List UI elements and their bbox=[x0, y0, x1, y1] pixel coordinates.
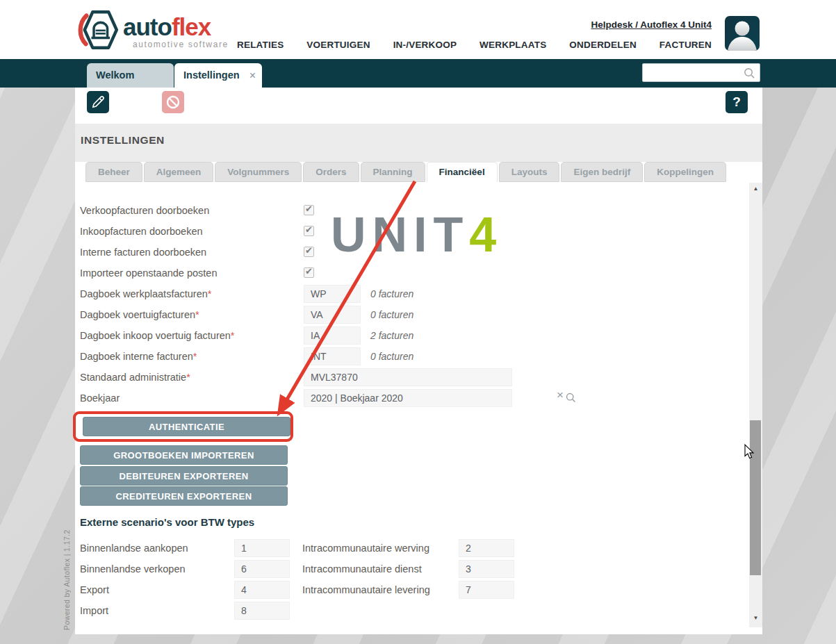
input-binnenlandse-verkopen[interactable]: 6 bbox=[234, 560, 290, 578]
global-search bbox=[642, 63, 760, 82]
check-icon: ✔ bbox=[305, 245, 313, 256]
account-link[interactable]: Helpdesk / Autoflex 4 Unit4 bbox=[591, 19, 712, 30]
check-icon: ✔ bbox=[305, 204, 313, 214]
vertical-scrollbar: ▲ ▼ bbox=[749, 183, 762, 627]
form-row: Dagboek inkoop voertuig facturen* IA 2 f… bbox=[75, 325, 749, 346]
invoice-count-note: 2 facturen bbox=[370, 325, 413, 346]
field-label: Intracommunautaire dienst bbox=[302, 559, 422, 579]
nav-werkplaats[interactable]: WERKPLAATS bbox=[480, 40, 546, 50]
nav-voertuigen[interactable]: VOERTUIGEN bbox=[306, 40, 370, 50]
checkbox-verkoopfacturen[interactable]: ✔ bbox=[304, 205, 314, 215]
debiteuren-exporteren-button[interactable]: DEBITEUREN EXPORTEREN bbox=[80, 466, 288, 486]
input-dagboek-interne[interactable]: INT bbox=[304, 347, 361, 365]
form-row: Boekjaar 2020 | Boekjaar 2020 × bbox=[75, 388, 749, 408]
content-panel: ? INSTELLINGEN Beheer Algemeen Volgnumme… bbox=[75, 88, 762, 634]
search-input[interactable] bbox=[647, 65, 741, 81]
field-label: Boekjaar bbox=[80, 388, 120, 408]
required-asterisk: * bbox=[186, 372, 190, 383]
settings-tabs: Beheer Algemeen Volgnummers Orders Plann… bbox=[85, 162, 726, 182]
invoice-count-note: 0 facturen bbox=[370, 283, 413, 304]
input-intracommunautaire-werving[interactable]: 2 bbox=[459, 539, 514, 557]
input-standaard-administratie[interactable]: MVL37870 bbox=[304, 368, 512, 386]
settings-tab-koppelingen[interactable]: Koppelingen bbox=[644, 162, 726, 182]
input-binnenlandse-aankopen[interactable]: 1 bbox=[234, 539, 290, 557]
field-label: Intracommunautaire werving bbox=[302, 538, 429, 559]
required-asterisk: * bbox=[208, 288, 212, 299]
input-intracommunautaire-levering[interactable]: 7 bbox=[459, 581, 514, 599]
field-label: Dagboek voertuigfacturen bbox=[80, 309, 195, 320]
form-row: Import 8 bbox=[75, 600, 749, 621]
autoflex-hexagon-icon bbox=[78, 8, 121, 51]
field-label: Verkoopfacturen doorboeken bbox=[80, 200, 209, 221]
form-row: Dagboek voertuigfacturen* VA 0 facturen bbox=[75, 304, 749, 325]
search-icon[interactable] bbox=[743, 67, 756, 80]
settings-tab-orders[interactable]: Orders bbox=[303, 162, 359, 182]
field-label: Import bbox=[80, 600, 108, 621]
settings-tab-financieel[interactable]: Financiëel bbox=[427, 162, 498, 182]
grootboeken-importeren-button[interactable]: GROOTBOEKEN IMPORTEREN bbox=[80, 445, 288, 465]
nav-relaties[interactable]: RELATIES bbox=[237, 40, 284, 50]
clear-icon[interactable]: × bbox=[557, 388, 564, 402]
checkbox-inkoopfacturen[interactable]: ✔ bbox=[304, 226, 314, 236]
settings-tab-layouts[interactable]: Layouts bbox=[499, 162, 560, 182]
window-tab-welkom[interactable]: Welkom bbox=[87, 63, 174, 88]
input-dagboek-voertuig[interactable]: VA bbox=[304, 306, 361, 324]
nav-in-verkoop[interactable]: IN-/VERKOOP bbox=[393, 40, 457, 50]
required-asterisk: * bbox=[193, 351, 197, 362]
edit-button[interactable] bbox=[87, 91, 109, 113]
settings-tab-eigen-bedrijf[interactable]: Eigen bedrijf bbox=[561, 162, 643, 182]
field-label: Standaard administratie bbox=[80, 372, 186, 383]
title-strip: INSTELLINGEN bbox=[75, 124, 762, 162]
field-label: Intracommunautaire levering bbox=[302, 579, 430, 600]
settings-tab-algemeen[interactable]: Algemeen bbox=[144, 162, 214, 182]
window-tab-instellingen[interactable]: Instellingen × bbox=[174, 63, 262, 88]
brand-name: autoflex bbox=[123, 15, 229, 39]
user-silhouette-icon bbox=[725, 16, 760, 51]
field-label: Inkoopfacturen doorboeken bbox=[80, 221, 203, 242]
form-row: Importeer openstaande posten ✔ bbox=[75, 263, 749, 283]
input-dagboek-inkoop-voertuig[interactable]: IA bbox=[304, 327, 361, 345]
input-import[interactable]: 8 bbox=[234, 602, 290, 620]
settings-tab-beheer[interactable]: Beheer bbox=[85, 162, 142, 182]
field-label: Binnenlandse verkopen bbox=[80, 559, 186, 579]
btw-section-heading: Externe scenario's voor BTW types bbox=[80, 516, 254, 528]
avatar[interactable] bbox=[725, 16, 760, 51]
required-asterisk: * bbox=[195, 309, 199, 320]
form-row: Dagboek werkplaatsfacturen* WP 0 facture… bbox=[75, 283, 749, 304]
nav-facturen[interactable]: FACTUREN bbox=[659, 40, 712, 50]
check-icon: ✔ bbox=[305, 224, 313, 235]
close-tab-icon[interactable]: × bbox=[249, 63, 256, 88]
crediteuren-exporteren-button[interactable]: CREDITEUREN EXPORTEREN bbox=[80, 486, 288, 506]
prohibition-icon bbox=[165, 94, 181, 110]
checkbox-openstaande-posten[interactable]: ✔ bbox=[304, 267, 314, 278]
scroll-down-arrow-icon[interactable]: ▼ bbox=[749, 613, 762, 623]
input-export[interactable]: 4 bbox=[234, 581, 290, 599]
settings-tab-planning[interactable]: Planning bbox=[361, 162, 425, 182]
help-button[interactable]: ? bbox=[726, 91, 748, 113]
scrollbar-thumb[interactable] bbox=[750, 420, 761, 575]
page-title: INSTELLINGEN bbox=[81, 134, 165, 147]
field-label: Dagboek interne facturen bbox=[80, 351, 193, 362]
invoice-count-note: 0 facturen bbox=[370, 304, 413, 325]
authenticatie-button[interactable]: AUTHENTICATIE bbox=[83, 417, 290, 436]
field-label: Binnenlandse aankopen bbox=[80, 538, 188, 559]
cancel-button[interactable] bbox=[162, 91, 184, 113]
scroll-up-arrow-icon[interactable]: ▲ bbox=[749, 184, 762, 194]
invoice-count-note: 0 facturen bbox=[370, 346, 413, 367]
input-boekjaar[interactable]: 2020 | Boekjaar 2020 bbox=[304, 389, 512, 407]
input-dagboek-werkplaats[interactable]: WP bbox=[304, 285, 361, 303]
form-row: Binnenlandse aankopen 1 Intracommunautai… bbox=[75, 538, 749, 559]
checkbox-interne-facturen[interactable]: ✔ bbox=[304, 247, 314, 257]
field-label: Export bbox=[80, 579, 109, 600]
input-intracommunautaire-dienst[interactable]: 3 bbox=[459, 560, 514, 578]
unit4-logo: UNIT4 bbox=[331, 207, 496, 263]
nav-onderdelen[interactable]: ONDERDELEN bbox=[569, 40, 637, 50]
field-label: Importeer openstaande posten bbox=[80, 263, 218, 283]
lookup-icon[interactable] bbox=[565, 392, 577, 404]
window-tab-bar: Welkom Instellingen × bbox=[0, 59, 836, 88]
app-header: autoflex automotive software RELATIES VO… bbox=[0, 0, 836, 59]
settings-tab-volgnummers[interactable]: Volgnummers bbox=[215, 162, 302, 182]
brand-tagline: automotive software bbox=[133, 40, 229, 49]
required-asterisk: * bbox=[231, 330, 235, 341]
check-icon: ✔ bbox=[305, 266, 313, 276]
